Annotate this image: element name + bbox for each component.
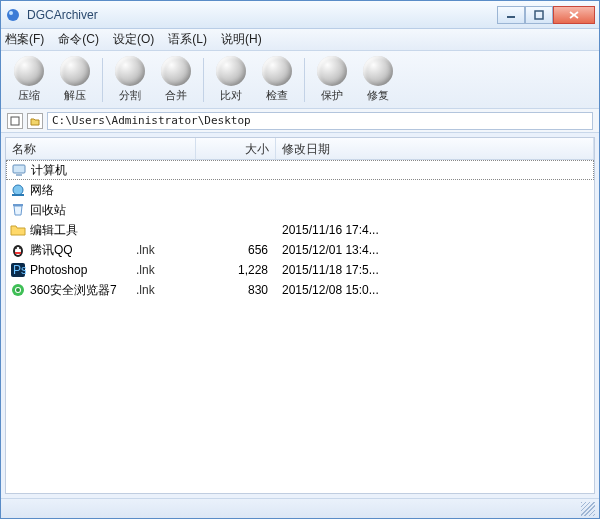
tool-extract[interactable]: 解压 (53, 54, 97, 106)
menu-command[interactable]: 命令(C) (58, 31, 99, 48)
tool-merge-label: 合并 (165, 88, 187, 103)
compare-icon (216, 56, 246, 86)
list-item[interactable]: PsPhotoshop.lnk1,2282015/11/18 17:5... (6, 260, 594, 280)
tool-extract-label: 解压 (64, 88, 86, 103)
svg-point-9 (13, 185, 23, 195)
split-icon (115, 56, 145, 86)
file-size: 1,228 (196, 263, 276, 277)
folder-icon (10, 222, 26, 238)
svg-rect-11 (13, 204, 23, 206)
svg-rect-8 (16, 174, 22, 176)
list-item[interactable]: 计算机 (6, 160, 594, 180)
extract-icon (60, 56, 90, 86)
file-list-panel: 名称 大小 修改日期 计算机网络回收站编辑工具2015/11/16 17:4..… (5, 137, 595, 494)
list-item[interactable]: 回收站 (6, 200, 594, 220)
protect-icon (317, 56, 347, 86)
merge-icon (161, 56, 191, 86)
column-headers: 名称 大小 修改日期 (6, 138, 594, 160)
col-name[interactable]: 名称 (6, 138, 196, 159)
menu-help[interactable]: 说明(H) (221, 31, 262, 48)
toolbar-separator (102, 58, 103, 102)
svg-point-0 (7, 9, 19, 21)
col-size[interactable]: 大小 (196, 138, 276, 159)
svg-rect-16 (15, 252, 21, 254)
file-size: 656 (196, 243, 276, 257)
tool-repair-label: 修复 (367, 88, 389, 103)
tool-compress-label: 压缩 (18, 88, 40, 103)
file-name: 腾讯QQ (30, 242, 136, 259)
minimize-button[interactable] (497, 6, 525, 24)
file-date: 2015/11/18 17:5... (276, 263, 590, 277)
menu-file[interactable]: 档案(F) (5, 31, 44, 48)
ps-icon: Ps (10, 262, 26, 278)
minimize-icon (506, 10, 516, 20)
browser-icon (10, 282, 26, 298)
file-name: 编辑工具 (30, 222, 136, 239)
tool-inspect-label: 检查 (266, 88, 288, 103)
file-ext: .lnk (136, 283, 196, 297)
menu-options[interactable]: 设定(O) (113, 31, 154, 48)
book-icon (10, 116, 20, 126)
title-bar[interactable]: DGCArchiver (1, 1, 599, 29)
path-bar (1, 109, 599, 133)
list-item[interactable]: 编辑工具2015/11/16 17:4... (6, 220, 594, 240)
file-ext: .lnk (136, 243, 196, 257)
path-input[interactable] (47, 112, 593, 130)
maximize-button[interactable] (525, 6, 553, 24)
tool-compare-label: 比对 (220, 88, 242, 103)
file-name: 网络 (30, 182, 136, 199)
file-size: 830 (196, 283, 276, 297)
tool-compare[interactable]: 比对 (209, 54, 253, 106)
tool-protect-label: 保护 (321, 88, 343, 103)
tool-split-label: 分割 (119, 88, 141, 103)
file-name: Photoshop (30, 263, 136, 277)
file-name: 360安全浏览器7 (30, 282, 136, 299)
svg-rect-10 (12, 194, 24, 196)
svg-point-15 (19, 247, 21, 249)
file-date: 2015/12/01 13:4... (276, 243, 590, 257)
folder-up-icon (30, 116, 40, 126)
file-name: 计算机 (31, 162, 137, 179)
menu-bar: 档案(F) 命令(C) 设定(O) 语系(L) 说明(H) (1, 29, 599, 51)
app-icon (5, 7, 21, 23)
file-name: 回收站 (30, 202, 136, 219)
svg-rect-3 (535, 11, 543, 19)
svg-point-1 (9, 11, 13, 15)
list-item[interactable]: 网络 (6, 180, 594, 200)
tool-compress[interactable]: 压缩 (7, 54, 51, 106)
tool-repair[interactable]: 修复 (356, 54, 400, 106)
toolbar-separator (203, 58, 204, 102)
qq-icon (10, 242, 26, 258)
app-window: DGCArchiver 档案(F) 命令(C) 设定(O) 语系(L) 说明(H… (0, 0, 600, 519)
tool-merge[interactable]: 合并 (154, 54, 198, 106)
toolbar-separator (304, 58, 305, 102)
file-ext: .lnk (136, 263, 196, 277)
tool-protect[interactable]: 保护 (310, 54, 354, 106)
path-up-button[interactable] (7, 113, 23, 129)
menu-language[interactable]: 语系(L) (168, 31, 207, 48)
computer-icon (11, 162, 27, 178)
file-rows: 计算机网络回收站编辑工具2015/11/16 17:4...腾讯QQ.lnk65… (6, 160, 594, 493)
tool-inspect[interactable]: 检查 (255, 54, 299, 106)
app-title: DGCArchiver (27, 8, 497, 22)
file-date: 2015/11/16 17:4... (276, 223, 590, 237)
recycle-icon (10, 202, 26, 218)
status-bar (1, 498, 599, 518)
maximize-icon (534, 10, 544, 20)
svg-point-21 (16, 288, 20, 292)
path-folder-button[interactable] (27, 113, 43, 129)
file-date: 2015/12/08 15:0... (276, 283, 590, 297)
compress-icon (14, 56, 44, 86)
col-date[interactable]: 修改日期 (276, 138, 594, 159)
close-button[interactable] (553, 6, 595, 24)
close-icon (568, 10, 580, 20)
toolbar: 压缩 解压 分割 合并 比对 检查 保护 修复 (1, 51, 599, 109)
svg-rect-7 (13, 165, 25, 173)
svg-point-14 (15, 247, 17, 249)
window-buttons (497, 6, 595, 24)
list-item[interactable]: 腾讯QQ.lnk6562015/12/01 13:4... (6, 240, 594, 260)
svg-text:Ps: Ps (13, 263, 26, 277)
list-item[interactable]: 360安全浏览器7.lnk8302015/12/08 15:0... (6, 280, 594, 300)
resize-grip[interactable] (581, 502, 595, 516)
tool-split[interactable]: 分割 (108, 54, 152, 106)
